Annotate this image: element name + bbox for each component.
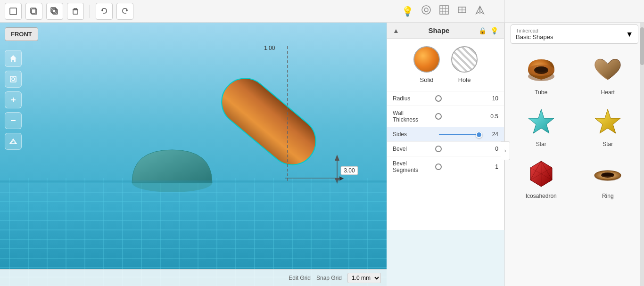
edit-grid-label[interactable]: Edit Grid [289, 275, 311, 281]
bevel-segments-row: Bevel Segments 1 [387, 156, 504, 177]
shapes-grid: Tube Hear [505, 48, 644, 205]
bevel-segments-label: Bevel Segments [393, 160, 435, 173]
zoom-in-button[interactable] [5, 91, 22, 108]
icosahedron-shape-item[interactable]: Icosahedron [509, 153, 574, 203]
snap-grid-label: Snap Grid [316, 275, 342, 281]
star-cyan-label: Star [536, 141, 546, 147]
lightbulb-icon[interactable]: 💡 [490, 27, 498, 34]
tube-shape-item[interactable]: Tube [509, 49, 574, 99]
radius-control [435, 95, 485, 102]
solid-label: Solid [420, 76, 434, 83]
svg-rect-65 [10, 76, 16, 82]
collapse-icon[interactable]: ▲ [393, 27, 399, 34]
radius-row: Radius 10 [387, 91, 504, 106]
ring-thumbnail [591, 157, 625, 191]
fit-view-button[interactable] [5, 71, 22, 88]
svg-rect-64 [0, 180, 387, 183]
ring-shape-item[interactable]: Ring [576, 153, 641, 203]
radius-value[interactable]: 10 [485, 95, 498, 102]
star-cyan-shape-item[interactable]: Star [509, 101, 574, 151]
svg-point-73 [535, 66, 547, 72]
icosahedron-thumbnail [524, 157, 558, 191]
svg-text:1.00: 1.00 [264, 45, 275, 51]
grid-icon[interactable] [439, 5, 449, 17]
scrollbar-thumb[interactable] [640, 27, 644, 65]
svg-rect-9 [440, 6, 448, 14]
svg-point-85 [602, 172, 614, 176]
heart-label: Heart [601, 89, 615, 96]
scrollbar-track [640, 23, 644, 286]
svg-marker-18 [480, 6, 484, 14]
mirror-icon[interactable] [475, 5, 485, 17]
bevel-segments-circle-control[interactable] [435, 163, 442, 170]
svg-marker-74 [528, 109, 554, 133]
home-view-button[interactable] [5, 50, 22, 67]
duplicate-button[interactable] [46, 3, 63, 20]
shapes-panel-top [505, 0, 644, 23]
tube-label: Tube [535, 89, 547, 96]
view-toolbar: 💡 [387, 0, 500, 23]
svg-marker-75 [595, 109, 620, 133]
shape-panel-title: Shape [428, 26, 449, 34]
snap-value-select[interactable]: 1.0 mm 0.5 mm 2.0 mm [347, 273, 381, 283]
icosahedron-label: Icosahedron [526, 193, 557, 199]
wall-thickness-control [435, 113, 485, 120]
perspective-button[interactable] [5, 133, 22, 150]
bevel-label: Bevel [393, 146, 435, 152]
wall-thickness-row: Wall Thickness 0.5 [387, 106, 504, 127]
separator-1 [90, 5, 90, 18]
wall-thickness-circle-control[interactable] [435, 113, 442, 120]
hole-button[interactable]: Hole [451, 46, 478, 83]
sides-slider-thumb[interactable] [476, 131, 482, 138]
chevron-down-icon: ▼ [626, 30, 633, 39]
solid-circle [413, 46, 440, 73]
hole-circle [451, 46, 478, 73]
light-icon[interactable]: 💡 [402, 6, 413, 17]
shapes-category-dropdown[interactable]: Tinkercad Basic Shapes ▼ [511, 25, 638, 44]
ring-label: Ring [602, 193, 614, 199]
planes-icon[interactable] [457, 5, 467, 17]
sides-row: Sides 24 [387, 127, 504, 141]
heart-shape-item[interactable]: Heart [576, 49, 641, 99]
radius-label: Radius [393, 95, 435, 102]
panel-expand-button[interactable]: › [501, 141, 510, 160]
bevel-control [435, 146, 485, 152]
undo-button[interactable] [96, 3, 113, 20]
radius-circle-control[interactable] [435, 95, 442, 102]
new-button[interactable] [5, 3, 22, 20]
bevel-segments-value[interactable]: 1 [485, 163, 498, 170]
star-yellow-shape-item[interactable]: Star [576, 101, 641, 151]
sides-control[interactable] [435, 134, 485, 135]
shape-panel: ▲ Shape 🔒 💡 Solid Hole Radius 10 Wall Th… [387, 23, 504, 230]
star-yellow-thumbnail [591, 105, 625, 139]
svg-text:▶: ▶ [339, 175, 344, 181]
left-sidebar [0, 45, 26, 286]
shape-icon[interactable] [421, 5, 431, 17]
lock-icon[interactable]: 🔒 [479, 27, 487, 34]
viewport[interactable]: ▶ 3.00 1.00 FRONT Edit Grid [0, 23, 387, 286]
copy-button[interactable] [25, 3, 42, 20]
zoom-out-button[interactable] [5, 112, 22, 129]
solid-button[interactable]: Solid [413, 46, 440, 83]
svg-rect-0 [10, 8, 17, 15]
front-label: FRONT [5, 27, 38, 41]
shape-panel-header: ▲ Shape 🔒 💡 [387, 23, 504, 39]
wall-thickness-value[interactable]: 0.5 [485, 113, 498, 120]
bevel-segments-control [435, 163, 485, 170]
bottom-bar: Edit Grid Snap Grid 1.0 mm 0.5 mm 2.0 mm [0, 269, 387, 286]
shapes-dropdown-info: Tinkercad Basic Shapes [516, 28, 553, 41]
top-toolbar [0, 0, 387, 23]
hole-label: Hole [458, 76, 471, 83]
svg-point-7 [422, 6, 430, 14]
bevel-circle-control[interactable] [435, 146, 442, 152]
star-cyan-thumbnail [524, 105, 558, 139]
solid-hole-row: Solid Hole [387, 39, 504, 91]
redo-button[interactable] [116, 3, 133, 20]
wall-thickness-label: Wall Thickness [393, 110, 435, 123]
sides-slider[interactable] [439, 134, 481, 135]
sides-value[interactable]: 24 [485, 131, 498, 138]
bevel-row: Bevel 0 [387, 141, 504, 156]
shape-panel-tools: 🔒 💡 [479, 27, 498, 34]
bevel-value[interactable]: 0 [485, 146, 498, 152]
delete-button[interactable] [67, 3, 84, 20]
